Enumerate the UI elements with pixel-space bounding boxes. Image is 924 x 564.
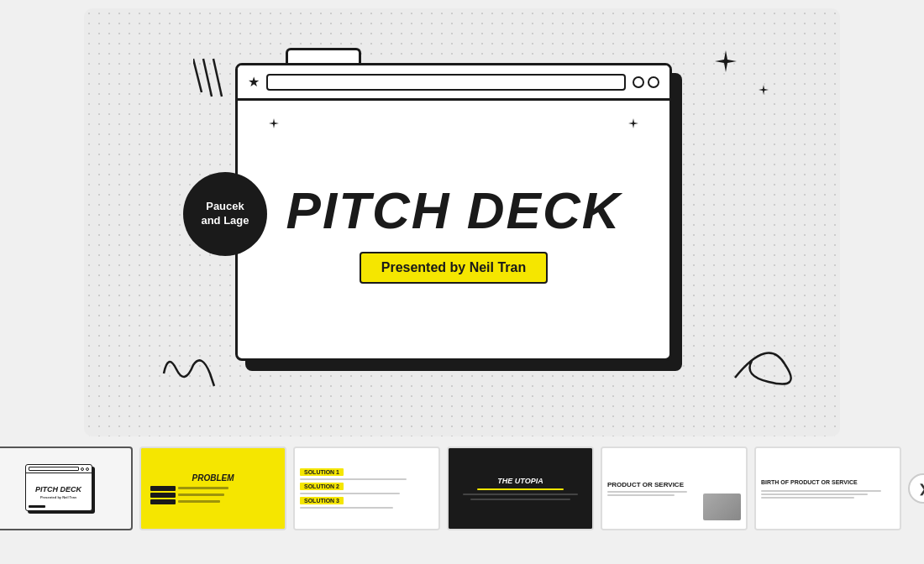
company-badge: Paucek and Lage bbox=[183, 172, 267, 256]
deco-squiggle-bottomleft bbox=[160, 348, 218, 394]
thumb-3-sol3: SOLUTION 3 bbox=[300, 497, 344, 504]
thumb-3-sol2: SOLUTION 2 bbox=[300, 483, 344, 490]
thumbnail-2[interactable]: PROBLEM bbox=[139, 446, 286, 530]
thumb-6-label: BIRTH OF PRODUCT OR SERVICE bbox=[761, 478, 858, 486]
badge-line2: and Lage bbox=[201, 214, 249, 228]
main-preview: Paucek and Lage ★ bbox=[84, 8, 840, 436]
pitch-title: PITCH DECK bbox=[286, 185, 622, 237]
inner-sparkle-right bbox=[627, 118, 640, 131]
thumb-5-label: PRODUCT OR SERVICE bbox=[607, 481, 684, 489]
thumbnail-3[interactable]: SOLUTION 1 SOLUTION 2 SOLUTION 3 bbox=[293, 446, 440, 530]
thumbnail-1[interactable]: PITCH DECK Presented by Neil Tran bbox=[0, 446, 133, 530]
address-bar bbox=[266, 74, 626, 91]
thumb-1-title: PITCH DECK bbox=[35, 485, 81, 494]
deco-swirl-bottomright bbox=[727, 344, 794, 390]
browser-illustration: ★ PITCH DECK Presented by Neil Tran bbox=[235, 63, 689, 382]
thumb-2-label: PROBLEM bbox=[192, 473, 234, 483]
browser-toolbar: ★ bbox=[238, 65, 669, 101]
badge-line1: Paucek bbox=[206, 200, 244, 214]
circle-1 bbox=[633, 76, 644, 88]
inner-sparkle-left bbox=[267, 118, 281, 131]
thumb-4-label: THE UTOPIA bbox=[497, 477, 543, 485]
thumb-1-sublabel: Presented by Neil Tran bbox=[40, 495, 76, 499]
svg-line-0 bbox=[193, 59, 202, 92]
deco-sparkle-topright bbox=[711, 49, 741, 78]
deco-sparkle-small bbox=[756, 84, 771, 99]
next-icon: ❯ bbox=[918, 482, 924, 495]
toolbar-circles bbox=[633, 76, 659, 88]
thumbnail-6[interactable]: BIRTH OF PRODUCT OR SERVICE bbox=[754, 446, 901, 530]
browser-frame: ★ PITCH DECK Presented by Neil Tran bbox=[235, 63, 672, 361]
thumb-3-sol1: SOLUTION 1 bbox=[300, 468, 344, 476]
thumbnail-4[interactable]: THE UTOPIA bbox=[447, 446, 594, 530]
deco-lines-topleft bbox=[193, 55, 235, 105]
browser-content: PITCH DECK Presented by Neil Tran bbox=[238, 101, 669, 358]
thumb-mini-browser-wrap: PITCH DECK Presented by Neil Tran bbox=[25, 464, 94, 513]
svg-line-1 bbox=[203, 59, 212, 97]
next-button[interactable]: ❯ bbox=[908, 473, 924, 504]
svg-line-2 bbox=[213, 59, 222, 97]
thumbnail-5[interactable]: PRODUCT OR SERVICE bbox=[601, 446, 748, 530]
presenter-badge: Presented by Neil Tran bbox=[360, 252, 549, 284]
circle-2 bbox=[648, 76, 659, 88]
thumbnail-strip: PITCH DECK Presented by Neil Tran PROBLE… bbox=[0, 436, 924, 540]
star-icon: ★ bbox=[248, 74, 260, 90]
